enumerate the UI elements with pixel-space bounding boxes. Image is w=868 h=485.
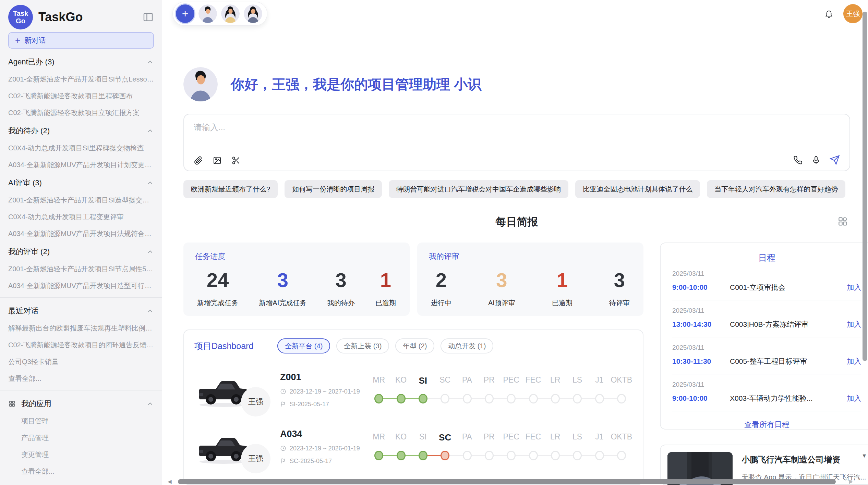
sidebar-task-item[interactable]: C0X4-动力总成开发项目SI里程碑提交物检查 — [8, 144, 154, 153]
milestone-dot — [551, 451, 560, 460]
project-rows: 王强Z0012023-12-19 ~ 2027-01-19SI-2025-05-… — [194, 369, 632, 467]
project-owner-badge: 王强 — [241, 387, 270, 416]
chevron-up-icon — [146, 400, 154, 408]
app-logo-row: Task Go TaskGo — [8, 0, 154, 32]
milestone-label: LS — [566, 432, 588, 443]
brief-card-stats: 2进行中3AI预评审1已逾期3待评审 — [429, 270, 632, 308]
stat-block: 3新增AI完成任务 — [259, 270, 306, 308]
milestone-dot — [419, 394, 427, 403]
greeting-text: 你好，王强，我是你的项目管理助理 小识 — [231, 75, 481, 94]
project-dates: 2023-12-19 ~ 2027-01-19 — [280, 388, 362, 395]
project-dates-text: 2023-12-19 ~ 2026-01-19 — [290, 445, 360, 452]
bell-icon[interactable] — [824, 9, 834, 18]
chat-input[interactable] — [194, 122, 840, 145]
scroll-left-arrow-icon[interactable]: ◀ — [168, 478, 172, 485]
new-chat-button[interactable]: + 新对话 — [8, 32, 154, 49]
dashboard-filter-pill[interactable]: 全新上装 (3) — [336, 338, 389, 353]
project-code: Z001 — [280, 372, 362, 383]
recent-chat-item[interactable]: C02-飞腾新能源轻客改款项目的闭环通告反馈情况 — [8, 340, 154, 350]
dashboard-filter-pill[interactable]: 全新平台 (4) — [277, 338, 330, 353]
sidebar-task-item[interactable]: Z001-全新燃油皮卡产品开发项目SI节点Lesson Learn报告 — [8, 75, 154, 84]
project-row[interactable]: 王强A0342023-12-19 ~ 2026-01-19SC-2025-05-… — [194, 426, 632, 467]
layout-grid-icon[interactable] — [837, 216, 848, 227]
sidebar-task-item[interactable]: C0X4-动力总成开发项目工程变更评审 — [8, 212, 154, 222]
recent-chat-item[interactable]: 查看全部... — [8, 374, 154, 383]
app-sub-item[interactable]: 项目管理 — [8, 416, 154, 426]
milestone-label: PR — [478, 375, 500, 386]
add-agent-button[interactable]: + — [176, 4, 194, 23]
event-join-link[interactable]: 加入 — [847, 394, 861, 403]
milestone-dot — [463, 394, 472, 403]
sidebar-task-item[interactable]: C02-飞腾新能源轻客改款项目立项汇报方案 — [8, 108, 154, 117]
content: 你好，王强，我是你的项目管理助理 小识 — [183, 27, 850, 485]
suggestion-chip[interactable]: 比亚迪全固态电池计划具体说了什么 — [575, 180, 700, 198]
topbar: + 王强 — [162, 0, 868, 27]
agent-avatar[interactable] — [198, 4, 217, 23]
event-time: 13:00-14:30 — [672, 320, 730, 328]
suggestion-chip[interactable]: 特朗普可能对进口汽车增税会对中国车企造成哪些影响 — [389, 180, 568, 198]
horizontal-scrollbar-thumb[interactable] — [178, 479, 836, 484]
suggestion-chip[interactable]: 如何写一份清晰的项目周报 — [285, 180, 382, 198]
attachment-icon[interactable] — [194, 156, 203, 165]
dashboard-filter-pill[interactable]: 年型 (2) — [395, 338, 434, 353]
user-avatar[interactable]: 王强 — [843, 4, 863, 23]
my-apps-title: 我的应用 — [21, 399, 51, 409]
suggestion-chip[interactable]: 当下年轻人对汽车外观有怎样的喜好趋势 — [707, 180, 845, 198]
sidebar-group-header[interactable]: 我的待办 (2) — [8, 126, 154, 136]
stat-value: 1 — [557, 270, 568, 291]
milestone-label: PA — [456, 432, 478, 443]
stat-label: 已逾期 — [375, 298, 396, 308]
suggestion-chip[interactable]: 欧洲新规最近颁布了什么? — [183, 180, 278, 198]
chevron-up-icon — [146, 58, 154, 66]
agent-avatar[interactable] — [221, 4, 240, 23]
app-sub-item[interactable]: 产品管理 — [8, 433, 154, 443]
sidebar-task-item[interactable]: A034-全新新能源MUV产品开发项目法规符合性评审 — [8, 229, 154, 238]
recent-chats-header[interactable]: 最近对话 — [8, 306, 154, 316]
sidebar-group-header[interactable]: 我的评审 (2) — [8, 247, 154, 257]
milestone-timeline: MRKOSISCPAPRPECFECLRLSJ1OKTB — [368, 432, 632, 461]
daily-brief-title: 每日简报 — [496, 215, 538, 229]
microphone-icon[interactable] — [811, 156, 821, 165]
sidebar-group-header[interactable]: Agent已办 (3) — [8, 57, 154, 67]
sidebar-task-item[interactable]: A034-全新新能源MUV产品开发项目造型可行性评审 — [8, 281, 154, 290]
milestone-dot — [397, 451, 406, 460]
view-all-schedule-link[interactable]: 查看所有日程 — [672, 420, 861, 430]
milestone-dot — [507, 394, 516, 403]
sidebar-task-item[interactable]: A034-全新新能源MUV产品开发项目计划变更表编写 — [8, 160, 154, 170]
sidebar-task-item[interactable]: Z001-全新燃油轻卡产品开发项目SI节点属性5D文件评审 — [8, 264, 154, 274]
phone-icon[interactable] — [793, 156, 803, 165]
send-icon[interactable] — [830, 155, 840, 165]
recent-chat-item[interactable]: 解释最新出台的欧盟报废车法规再生塑料比例被调至15%... — [8, 324, 154, 333]
event-join-link[interactable]: 加入 — [847, 320, 861, 329]
app-sub-item[interactable]: 查看全部... — [8, 467, 154, 476]
my-apps-header[interactable]: 我的应用 — [8, 399, 154, 409]
stat-value: 3 — [614, 270, 625, 291]
recent-chat-item[interactable]: 公司Q3轻卡销量 — [8, 357, 154, 366]
stat-block: 24新增完成任务 — [197, 270, 238, 308]
schedule-event: 2025/03/1110:30-11:30C005-整车工程目标评审加入 — [672, 337, 861, 374]
scroll-down-arrow-icon[interactable]: ▼ — [861, 453, 867, 459]
project-info: A0342023-12-19 ~ 2026-01-19SC-2025-05-17 — [280, 429, 362, 465]
app-logo: Task Go — [8, 5, 33, 29]
app-sub-item[interactable]: 变更管理 — [8, 450, 154, 459]
agent-avatar[interactable] — [244, 4, 262, 23]
sidebar-task-item[interactable]: Z001-全新燃油轻卡产品开发项目SI造型提交物评审 — [8, 196, 154, 205]
sidebar-collapse-icon[interactable] — [142, 11, 154, 23]
scissors-icon[interactable] — [231, 156, 241, 165]
dashboard-filter-pill[interactable]: 动总开发 (1) — [441, 338, 493, 353]
event-row: 9:00-10:00C001-立项审批会加入 — [672, 283, 861, 292]
schedule-title: 日程 — [672, 252, 861, 263]
sidebar-group-title: Agent已办 (3) — [8, 57, 55, 67]
vertical-scrollbar-thumb[interactable] — [863, 12, 867, 361]
stat-label: 待评审 — [609, 298, 630, 308]
sidebar-group-header[interactable]: AI评审 (3) — [8, 178, 154, 188]
image-upload-icon[interactable] — [213, 156, 222, 165]
project-dates-text: 2023-12-19 ~ 2027-01-19 — [290, 388, 360, 395]
event-join-link[interactable]: 加入 — [847, 357, 861, 366]
scroll-right-arrow-icon[interactable]: ▶ — [849, 478, 853, 485]
stat-label: 新增完成任务 — [197, 298, 238, 308]
brief-card: 任务进度24新增完成任务3新增AI完成任务3我的待办1已逾期 — [183, 242, 410, 316]
sidebar-task-item[interactable]: C02-飞腾新能源轻客改款项目里程碑画布 — [8, 91, 154, 101]
event-join-link[interactable]: 加入 — [847, 283, 861, 292]
project-row[interactable]: 王强Z0012023-12-19 ~ 2027-01-19SI-2025-05-… — [194, 369, 632, 410]
